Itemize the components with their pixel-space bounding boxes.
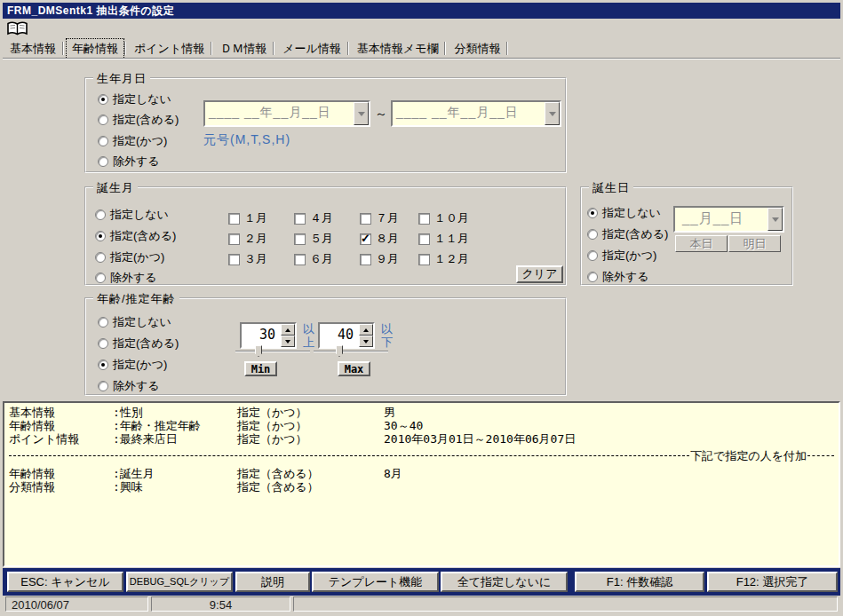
radio-label: 指定しない <box>113 314 171 330</box>
tab-separator <box>273 42 274 55</box>
checkbox-feb[interactable]: ２月 <box>228 232 267 246</box>
checkbox-icon <box>228 213 240 225</box>
status-date: 2010/06/07 <box>5 596 148 612</box>
checkbox-label: ３月 <box>244 251 267 267</box>
help-button[interactable]: 説明 <box>235 572 310 592</box>
checkbox-label: ７月 <box>376 210 399 226</box>
radio-birthday-none[interactable]: 指定しない <box>587 206 661 220</box>
radio-birthdate-and[interactable]: 指定(かつ) <box>98 134 167 148</box>
summary-field: :性別 <box>113 406 237 419</box>
checkbox-jan[interactable]: １月 <box>228 211 267 225</box>
radio-birthdate-none[interactable]: 指定しない <box>98 92 171 107</box>
chevron-down-icon <box>772 217 779 222</box>
radio-age-include[interactable]: 指定(含める) <box>98 336 179 351</box>
summary-category: 年齢情報 <box>9 467 113 480</box>
radio-label: 指定しない <box>602 205 661 221</box>
f1-count-button[interactable]: F1: 件数確認 <box>575 572 704 592</box>
radio-label: 指定(かつ) <box>602 248 656 264</box>
checkbox-oct[interactable]: １０月 <box>418 211 469 225</box>
tab-mail-info[interactable]: メール情報 <box>277 39 346 59</box>
tab-dm-info[interactable]: ＤＭ情報 <box>215 39 272 59</box>
radio-birthdate-exclude[interactable]: 除外する <box>98 154 160 169</box>
condition-summary-panel: 基本情報 :性別 指定（かつ） 男 年齢情報 :年齢・推定年齢 指定（かつ） 3… <box>3 401 840 567</box>
radio-birthmonth-exclude[interactable]: 除外する <box>95 271 157 285</box>
max-button[interactable]: Max <box>338 361 370 376</box>
age-min-slider[interactable] <box>235 345 310 357</box>
checkbox-mar[interactable]: ３月 <box>228 252 267 266</box>
dropdown-button[interactable] <box>354 102 369 125</box>
summary-separator: 下記で指定の人を付加 <box>9 449 834 462</box>
age-min-value: 30 <box>242 324 281 347</box>
tab-separator <box>444 42 446 55</box>
radio-label: 指定(含める) <box>110 228 176 244</box>
spin-up-button[interactable] <box>359 324 373 336</box>
today-button[interactable]: 本日 <box>675 235 728 252</box>
title-bar: FRM_DMSentk1 抽出条件の設定 <box>3 3 840 19</box>
age-max-slider[interactable] <box>314 345 388 357</box>
tab-separator <box>506 42 508 55</box>
checkbox-dec[interactable]: １２月 <box>418 252 469 266</box>
radio-birthmonth-and[interactable]: 指定(かつ) <box>95 250 164 265</box>
radio-icon <box>98 115 108 125</box>
checkbox-apr[interactable]: ４月 <box>294 211 333 225</box>
checkbox-sep[interactable]: ９月 <box>360 252 399 266</box>
tab-separator <box>124 42 126 55</box>
birthdate-to-combo[interactable]: ____ __年__月__日 <box>391 100 561 127</box>
triangle-down-icon <box>363 340 369 344</box>
min-button[interactable]: Min <box>244 361 277 376</box>
tab-category-info[interactable]: 分類情報 <box>449 39 505 59</box>
slider-thumb[interactable] <box>336 345 343 357</box>
checkbox-icon <box>418 233 430 245</box>
open-book-icon[interactable] <box>5 20 28 37</box>
radio-birthday-and[interactable]: 指定(かつ) <box>587 249 656 263</box>
f12-complete-button[interactable]: F12: 選択完了 <box>707 572 838 592</box>
radio-birthdate-include[interactable]: 指定(含める) <box>98 113 179 127</box>
radio-label: 指定しない <box>113 91 171 107</box>
radio-age-none[interactable]: 指定しない <box>98 315 171 329</box>
dropdown-button[interactable] <box>545 102 560 125</box>
radio-birthday-include[interactable]: 指定(含める) <box>587 227 668 241</box>
debug-sql-clip-button[interactable]: DEBUG_SQLクリップ <box>126 572 233 592</box>
checkbox-jun[interactable]: ６月 <box>294 252 333 266</box>
triangle-up-icon <box>285 328 290 332</box>
status-empty <box>293 596 838 612</box>
spin-up-button[interactable] <box>281 324 295 336</box>
tab-age-info[interactable]: 年齢情報 <box>67 39 123 59</box>
summary-row: 年齢情報 :誕生月 指定（含める） 8月 <box>9 467 834 480</box>
dash-line <box>807 455 834 456</box>
birthday-combo[interactable]: __月__日 <box>673 206 784 233</box>
template-button[interactable]: テンプレート機能 <box>312 572 439 592</box>
summary-condition: 指定（含める） <box>237 467 384 480</box>
checkbox-label: １１月 <box>434 231 469 247</box>
unset-all-button[interactable]: 全て指定しないに <box>441 572 568 592</box>
radio-age-exclude[interactable]: 除外する <box>98 379 160 393</box>
birthdate-from-combo[interactable]: ____ __年__月__日 <box>203 100 370 127</box>
checkbox-icon <box>360 213 371 225</box>
radio-age-and[interactable]: 指定(かつ) <box>98 358 167 372</box>
tab-basic-info[interactable]: 基本情報 <box>4 39 61 59</box>
radio-label: 指定(含める) <box>602 226 668 242</box>
tab-memo[interactable]: 基本情報メモ欄 <box>352 39 444 59</box>
summary-row: 基本情報 :性別 指定（かつ） 男 <box>9 406 834 419</box>
esc-cancel-button[interactable]: ESC: キャンセル <box>7 572 123 592</box>
radio-icon <box>98 94 108 105</box>
checkbox-aug[interactable]: ８月 <box>360 232 399 246</box>
radio-birthday-exclude[interactable]: 除外する <box>587 270 649 284</box>
dropdown-button[interactable] <box>767 208 783 231</box>
checkbox-nov[interactable]: １１月 <box>418 232 469 246</box>
clear-button[interactable]: クリア <box>516 265 563 283</box>
checkbox-jul[interactable]: ７月 <box>360 211 399 225</box>
checkbox-icon <box>294 254 306 265</box>
radio-birthmonth-include[interactable]: 指定(含める) <box>95 229 176 243</box>
checkbox-label: ６月 <box>310 251 333 267</box>
slider-thumb[interactable] <box>255 345 262 357</box>
group-age: 年齢/推定年齢 指定しない 指定(含める) 指定(かつ) 除外する 30 以上 <box>84 297 567 396</box>
radio-icon <box>587 229 598 240</box>
checkbox-may[interactable]: ５月 <box>294 232 333 246</box>
summary-value: 8月 <box>384 467 834 480</box>
summary-condition: 指定（かつ） <box>237 419 384 432</box>
tomorrow-button[interactable]: 明日 <box>728 235 781 252</box>
tab-point-info[interactable]: ポイント情報 <box>129 39 210 59</box>
radio-icon <box>98 359 108 370</box>
radio-birthmonth-none[interactable]: 指定しない <box>95 208 169 222</box>
